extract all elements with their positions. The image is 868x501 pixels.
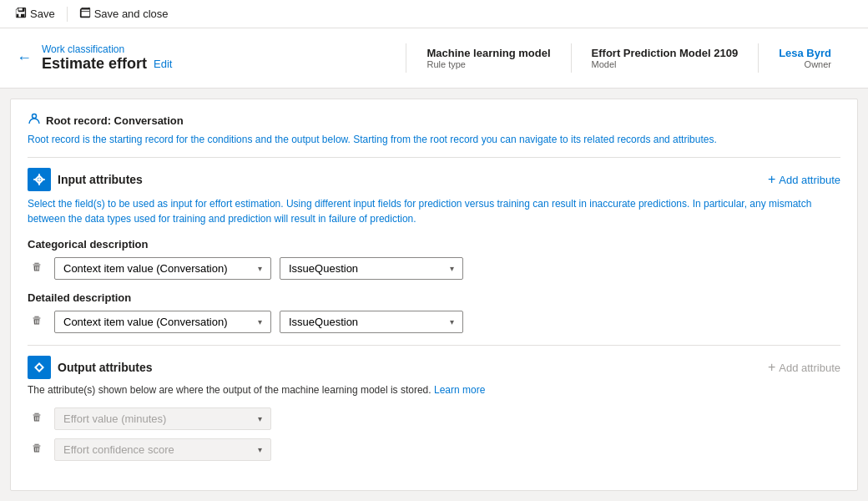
chevron-down-icon: ▾ (258, 264, 262, 273)
input-attributes-header: Input attributes + Add attribute (28, 168, 840, 191)
save-icon (15, 7, 27, 21)
model-label: Model (592, 59, 739, 69)
svg-point-2 (33, 114, 37, 119)
output-icon (28, 356, 51, 379)
effort-value-dropdown: Effort value (minutes) ▾ (54, 407, 271, 430)
svg-rect-1 (80, 11, 89, 12)
root-record-desc: Root record is the starting record for t… (28, 134, 840, 145)
categorical-field-row: Context item value (Conversation) ▾ Issu… (28, 257, 840, 280)
chevron-down-icon: ▾ (258, 414, 262, 423)
svg-rect-0 (80, 8, 89, 10)
categorical-description-group: Categorical description Context item val… (28, 238, 840, 280)
page-title: Estimate effort (42, 55, 147, 73)
categorical-source-dropdown[interactable]: Context item value (Conversation) ▾ (54, 257, 271, 280)
confidence-score-text: Effort confidence score (63, 443, 174, 456)
top-bar: Save Save and close (0, 0, 868, 28)
save-and-close-button[interactable]: Save and close (74, 5, 174, 23)
categorical-type-dropdown[interactable]: IssueQuestion ▾ (280, 257, 463, 280)
effort-value-text: Effort value (minutes) (63, 412, 166, 425)
detailed-type-dropdown[interactable]: IssueQuestion ▾ (280, 311, 463, 333)
detailed-description-group: Detailed description Context item value … (28, 291, 840, 333)
output-attributes-title: Output attributes (58, 361, 153, 374)
root-record-title: Root record: Conversation (46, 114, 184, 127)
detailed-label: Detailed description (28, 291, 840, 304)
rule-type-label: Rule type (426, 59, 550, 69)
delete-confidence-score-button[interactable] (28, 441, 46, 458)
breadcrumb[interactable]: Work classification (42, 43, 389, 55)
edit-link[interactable]: Edit (154, 58, 172, 70)
chevron-down-icon: ▾ (258, 317, 262, 326)
save-and-close-label: Save and close (94, 8, 169, 20)
effort-confidence-row: Effort confidence score ▾ (28, 438, 840, 461)
root-record-icon (28, 113, 41, 129)
input-attributes-desc: Select the field(s) to be used as input … (28, 196, 840, 226)
output-attributes-section: Output attributes + Add attribute The at… (28, 345, 840, 461)
header-meta: Machine learning model Rule type Effort … (406, 43, 851, 73)
add-icon-disabled: + (768, 360, 775, 375)
detailed-source-value: Context item value (Conversation) (63, 316, 228, 328)
header-title-area: Work classification Estimate effort Edit (42, 43, 389, 73)
add-attribute-label: Add attribute (779, 174, 840, 186)
add-output-attribute-button: + Add attribute (768, 360, 840, 375)
delete-detailed-button[interactable] (28, 313, 46, 331)
confidence-score-dropdown: Effort confidence score ▾ (54, 438, 271, 461)
input-attributes-title: Input attributes (58, 173, 143, 186)
delete-effort-value-button[interactable] (28, 410, 46, 428)
save-label: Save (30, 8, 55, 20)
page-title-row: Estimate effort Edit (42, 55, 389, 73)
save-close-icon (79, 7, 91, 21)
effort-value-row: Effort value (minutes) ▾ (28, 407, 840, 430)
categorical-type-value: IssueQuestion (289, 262, 358, 275)
output-attributes-desc: The attribute(s) shown below are where t… (28, 384, 840, 396)
detailed-type-value: IssueQuestion (289, 316, 358, 328)
categorical-label: Categorical description (28, 238, 840, 250)
divider (67, 7, 68, 22)
add-output-attribute-label: Add attribute (779, 362, 840, 374)
detailed-source-dropdown[interactable]: Context item value (Conversation) ▾ (54, 311, 271, 333)
detailed-field-row: Context item value (Conversation) ▾ Issu… (28, 311, 840, 333)
rule-type-value: Machine learning model (426, 47, 550, 59)
output-desc-text: The attribute(s) shown below are where t… (28, 384, 431, 396)
add-icon: + (768, 172, 775, 187)
save-button[interactable]: Save (10, 5, 60, 23)
add-input-attribute-button[interactable]: + Add attribute (768, 172, 840, 187)
input-icon (28, 168, 51, 191)
chevron-down-icon: ▾ (450, 317, 454, 326)
chevron-down-icon: ▾ (450, 264, 454, 273)
output-title-area: Output attributes (28, 356, 153, 379)
root-record-bar: Root record: Conversation (28, 113, 840, 129)
back-button[interactable]: ← (17, 49, 32, 67)
owner-area: Lesa Byrd Owner (758, 43, 851, 73)
owner-name[interactable]: Lesa Byrd (779, 47, 831, 59)
input-title-area: Input attributes (28, 168, 143, 191)
main-content: Root record: Conversation Root record is… (10, 99, 858, 491)
model-meta: Effort Prediction Model 2109 Model (571, 43, 759, 73)
delete-categorical-button[interactable] (28, 260, 46, 277)
input-attributes-section: Input attributes + Add attribute Select … (28, 157, 840, 333)
header-area: ← Work classification Estimate effort Ed… (0, 28, 868, 89)
rule-type-meta: Machine learning model Rule type (406, 43, 570, 73)
chevron-down-icon: ▾ (258, 445, 262, 454)
model-value: Effort Prediction Model 2109 (592, 47, 739, 59)
back-arrow-icon: ← (17, 49, 32, 67)
categorical-source-value: Context item value (Conversation) (63, 262, 228, 275)
output-attributes-header: Output attributes + Add attribute (28, 356, 840, 379)
learn-more-link[interactable]: Learn more (434, 384, 485, 396)
owner-label: Owner (805, 59, 831, 69)
